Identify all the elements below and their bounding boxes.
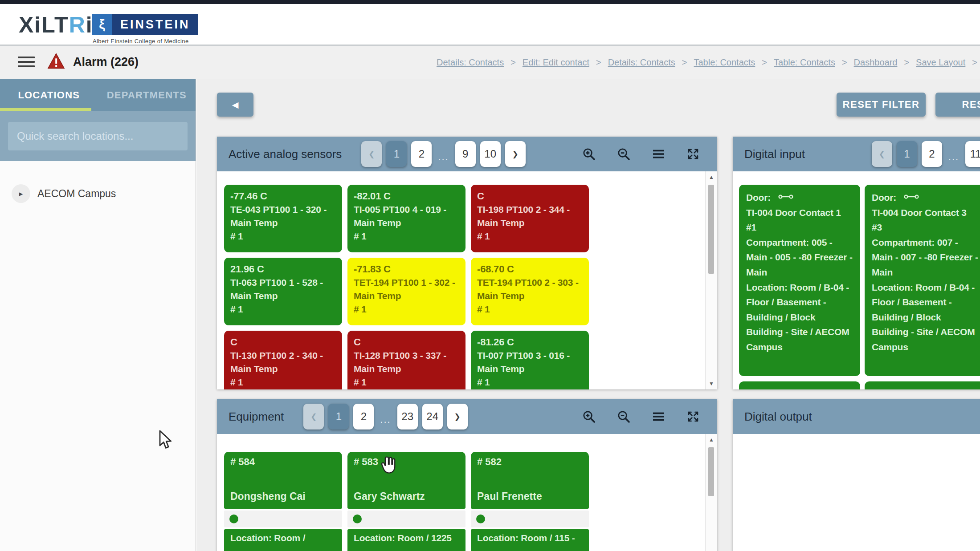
- panel-header: Digital output: [733, 399, 980, 434]
- page-next-button[interactable]: ❯: [505, 141, 526, 167]
- sensor-number: # 1: [477, 303, 583, 316]
- scrollbar-thumb[interactable]: [708, 185, 714, 274]
- digital-input-tile[interactable]: Door:TI-004 Door Contact 1 #1Compartment…: [739, 185, 860, 376]
- sensor-tile[interactable]: -77.46 CTE-043 PT100 1 - 320 - Main Temp…: [224, 185, 342, 252]
- digital-input-tile[interactable]: Door:: [739, 381, 860, 389]
- panel-digital-output: Digital output: [733, 399, 980, 551]
- equipment-tile-main: # 584Dongsheng Cai: [224, 452, 342, 509]
- status-dot: [229, 515, 238, 523]
- reset-filter-button[interactable]: RESET FILTER: [837, 93, 926, 117]
- page-button-24[interactable]: 24: [422, 404, 443, 429]
- page-button-2[interactable]: 2: [353, 404, 374, 429]
- vertical-scrollbar[interactable]: ▲ ▼: [705, 171, 717, 389]
- equipment-owner-name: Dongsheng Cai: [230, 490, 336, 504]
- pagination-ellipsis: ...: [380, 414, 391, 425]
- sensor-label: TI-063 PT100 1 - 528 - Main Temp: [230, 276, 336, 303]
- breadcrumb: Details: Contacts>Edit: Edit contact>Det…: [437, 46, 977, 79]
- fullscreen-icon[interactable]: [686, 409, 700, 424]
- page-prev-button[interactable]: ❮: [303, 404, 324, 429]
- panel-body: -77.46 CTE-043 PT100 1 - 320 - Main Temp…: [217, 171, 717, 389]
- page-button-1[interactable]: 1: [897, 141, 917, 167]
- collapse-sidebar-button[interactable]: ◀: [217, 93, 253, 117]
- equipment-tile[interactable]: # 583Gary SchwartzLocation: Room / 1225: [347, 452, 466, 551]
- equipment-status-strip: [224, 510, 342, 527]
- digital-input-line: Compartment: 005 - Main - 005 - -80 Free…: [746, 235, 853, 280]
- page-button-1[interactable]: 1: [328, 404, 349, 429]
- vertical-scrollbar[interactable]: ▲: [705, 434, 717, 551]
- page-button-2[interactable]: 2: [411, 141, 432, 167]
- einstein-subtitle: Albert Einstein College of Medicine: [93, 38, 189, 45]
- tab-locations[interactable]: LOCATIONS: [0, 79, 98, 111]
- page-button-9[interactable]: 9: [455, 141, 476, 167]
- panel-toolbar-icons: [582, 409, 700, 424]
- page-button-2[interactable]: 2: [922, 141, 942, 167]
- sensor-tile[interactable]: -81.26 CTI-007 PT100 3 - 016 - Main Temp…: [471, 331, 589, 389]
- einstein-wordmark: EINSTEIN: [120, 18, 190, 32]
- zoom-out-icon[interactable]: [617, 409, 631, 424]
- breadcrumb-link[interactable]: Details: Contacts: [608, 57, 675, 68]
- zoom-out-icon[interactable]: [617, 147, 631, 161]
- page-button-23[interactable]: 23: [397, 404, 418, 429]
- equipment-id: # 582: [477, 456, 583, 468]
- sensor-tile[interactable]: CTI-128 PT100 3 - 337 - Main Temp# 1: [347, 331, 466, 389]
- dashboard-area: ◀ RESET FILTER RESET Active analog senso…: [196, 79, 980, 551]
- zoom-in-icon[interactable]: [582, 147, 596, 161]
- panel-body: [733, 434, 980, 551]
- scroll-up-icon[interactable]: ▲: [706, 174, 717, 180]
- breadcrumb-link[interactable]: Dashboard: [854, 57, 898, 68]
- door-contact-icon: [903, 190, 919, 205]
- tree-item-aecom-campus[interactable]: ▸ AECOM Campus: [0, 184, 196, 203]
- sensor-value: 21.96 C: [230, 262, 336, 276]
- panel-toolbar-icons: [582, 147, 700, 161]
- brand-letter: R: [69, 12, 86, 37]
- reset-button[interactable]: RESET: [935, 93, 980, 117]
- page-button-10[interactable]: 10: [480, 141, 501, 167]
- sensor-tile[interactable]: -71.83 CTET-194 PT100 1 - 302 - Main Tem…: [347, 258, 466, 325]
- expand-caret-icon[interactable]: ▸: [12, 184, 30, 203]
- breadcrumb-separator: >: [904, 57, 909, 68]
- page-prev-button[interactable]: ❮: [361, 141, 382, 167]
- breadcrumb-link[interactable]: Edit: Edit contact: [523, 57, 589, 68]
- scrollbar-thumb[interactable]: [708, 447, 714, 496]
- equipment-status-strip: [347, 510, 466, 527]
- digital-input-tile[interactable]: Door:TI-004 Door Contact 3 #3Compartment…: [865, 185, 980, 376]
- equipment-tile-main: # 583Gary Schwartz: [347, 452, 466, 509]
- page-button-1[interactable]: 1: [386, 141, 407, 167]
- breadcrumb-link[interactable]: Details: Contacts: [437, 57, 504, 68]
- scroll-up-icon[interactable]: ▲: [706, 437, 717, 443]
- list-icon[interactable]: [651, 409, 666, 424]
- fullscreen-icon[interactable]: [686, 147, 700, 161]
- breadcrumb-separator: >: [682, 57, 687, 68]
- sensor-tile[interactable]: CTI-130 PT100 2 - 340 - Main Temp# 1: [224, 331, 342, 389]
- equipment-tile[interactable]: # 582Paul FrenetteLocation: Room / 115 -: [471, 452, 589, 551]
- einstein-logo: ξ EINSTEIN: [92, 14, 198, 35]
- tab-departments[interactable]: DEPARTMENTS: [98, 79, 196, 111]
- page-button-11[interactable]: 11: [965, 141, 980, 167]
- door-status-row: Door:: [746, 190, 853, 205]
- search-locations-input[interactable]: [8, 122, 188, 150]
- page-prev-button[interactable]: ❮: [872, 141, 892, 167]
- digital-input-line: TI-004 Door Contact 3 #3: [872, 205, 979, 235]
- alarm-warning-icon[interactable]: [47, 53, 65, 71]
- sensor-label: TI-128 PT100 3 - 337 - Main Temp: [354, 349, 459, 376]
- sensor-label: TI-005 PT100 4 - 019 - Main Temp: [354, 203, 459, 230]
- breadcrumb-link[interactable]: Table: Contacts: [694, 57, 755, 68]
- menu-icon[interactable]: [18, 57, 35, 69]
- digital-input-tile[interactable]: Door:: [865, 381, 980, 389]
- sensor-tile[interactable]: CTI-198 PT100 2 - 344 - Main Temp# 1: [471, 185, 589, 252]
- zoom-in-icon[interactable]: [582, 409, 596, 424]
- door-contact-icon: [903, 387, 919, 389]
- breadcrumb-link[interactable]: Save Layout: [916, 57, 965, 68]
- list-icon[interactable]: [651, 147, 666, 161]
- sensor-tile[interactable]: 21.96 CTI-063 PT100 1 - 528 - Main Temp#…: [224, 258, 342, 325]
- panel-body: Door:TI-004 Door Contact 1 #1Compartment…: [733, 171, 980, 389]
- sensor-tile[interactable]: -68.70 CTET-194 PT100 2 - 303 - Main Tem…: [471, 258, 589, 325]
- sensor-tile[interactable]: -82.01 CTI-005 PT100 4 - 019 - Main Temp…: [347, 185, 466, 252]
- equipment-id: # 584: [230, 456, 336, 468]
- brand-letter: i: [34, 12, 41, 37]
- panel-title: Equipment: [229, 410, 284, 424]
- scroll-down-icon[interactable]: ▼: [706, 381, 717, 387]
- breadcrumb-link[interactable]: Table: Contacts: [774, 57, 835, 68]
- page-next-button[interactable]: ❯: [447, 404, 468, 429]
- equipment-tile[interactable]: # 584Dongsheng CaiLocation: Room /: [224, 452, 342, 551]
